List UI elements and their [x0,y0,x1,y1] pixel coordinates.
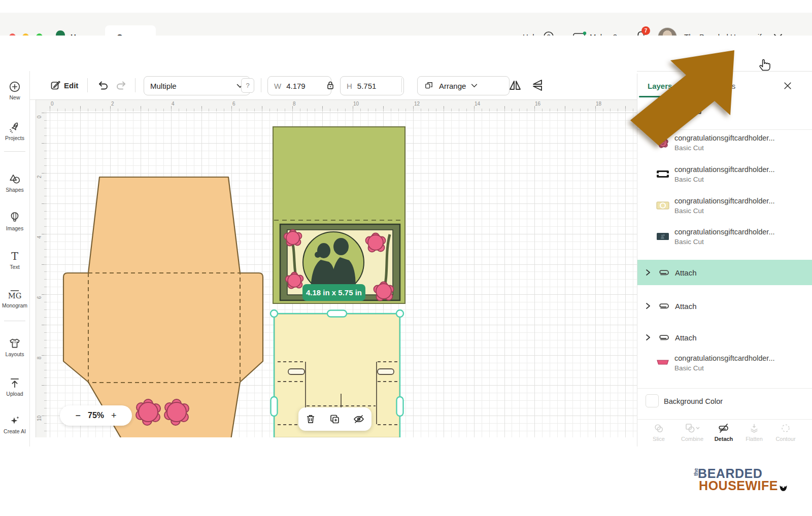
attach-icon [658,302,670,310]
detach-button[interactable]: Detach [709,423,738,442]
monogram-icon: MG [8,288,21,301]
sidebar-item-text[interactable]: T Text [0,250,29,270]
sidebar-label: Shapes [0,187,29,193]
divider [401,78,402,92]
layer-thumb-frame [656,167,670,181]
sidebar-item-layouts[interactable]: Layouts [0,337,29,357]
attach-label: Attach [675,268,697,277]
flatten-button[interactable]: Flatten [740,423,768,442]
project-bar: Untitled Project* Save My Stuff Subscrib… [0,36,812,72]
sidebar-label: Text [0,264,29,270]
ruler-corner [36,99,48,112]
attach-group-row[interactable]: Attach [637,293,812,319]
background-color-label: Background Color [664,397,723,405]
divider [87,78,88,92]
contour-button[interactable]: Contour [771,423,800,442]
attach-label: Attach [675,302,697,311]
canvas-objects [47,111,637,437]
horizontal-ruler: 0 2 4 6 8 10 12 14 16 18 [47,99,637,112]
sidebar-item-upload[interactable]: Upload [0,376,29,397]
layers-panel: Layers Colors congratulationsgiftcardhol… [637,74,812,446]
envelope-object[interactable] [63,177,263,437]
redo-icon[interactable] [115,79,128,91]
sidebar-item-shapes[interactable]: Shapes [0,173,29,193]
layer-name: congratulationsgiftcardholder... [674,165,775,174]
zoom-out-button[interactable]: − [75,410,81,421]
close-icon[interactable] [783,81,793,91]
edit-icon[interactable] [50,79,62,91]
layer-type: Basic Cut [674,144,775,152]
selection-type-value: Multiple [150,82,177,90]
arrange-label: Arrange [439,82,466,90]
create-ai-icon [8,414,21,427]
edit-label[interactable]: Edit [64,81,78,90]
chevron-right-icon [645,334,652,341]
sidebar-label: New [0,94,29,100]
select-all-icon[interactable] [645,105,656,116]
watermark-the: the [694,471,699,476]
beard-icon [779,485,788,492]
svg-text:MG: MG [8,291,21,300]
tab-colors[interactable]: Colors [714,82,735,90]
layer-thumb-rose [656,135,670,150]
delete-icon[interactable] [304,413,317,425]
undo-icon[interactable] [96,79,110,91]
chevron-right-icon [645,269,652,276]
chevron-right-icon [645,302,652,309]
divider [637,419,812,420]
notification-badge: 7 [641,26,650,35]
height-value: 5.751 [357,82,377,90]
layer-name: congratulationsgiftcardholder... [674,228,775,236]
sidebar: New Projects Shapes Images T Text MG Mon… [0,71,30,446]
sidebar-item-monogram[interactable]: MG Monogram [0,288,29,308]
divider [637,129,812,130]
tab-underline [639,96,672,97]
sidebar-label: Layouts [0,351,29,357]
sidebar-item-images[interactable]: Images [0,211,29,231]
divider [261,78,261,92]
flip-horizontal-icon[interactable] [507,78,523,92]
combine-button[interactable]: Combine [675,423,709,442]
width-field[interactable]: W 4.179 [267,76,331,95]
attach-group-row[interactable]: Attach [637,325,812,350]
divider [637,388,812,389]
sidebar-item-new[interactable]: New [0,80,29,100]
selection-type-dropdown[interactable]: Multiple [144,76,250,95]
flip-vertical-icon[interactable] [530,78,545,92]
zoom-level: 75% [88,411,104,420]
layer-thumb-pink [656,356,670,370]
background-color-swatch[interactable] [646,394,659,407]
width-label: W [274,82,281,90]
layouts-icon [8,337,21,350]
sidebar-label: Upload [0,391,29,397]
hint-button[interactable]: ? [241,78,254,93]
divider [135,78,136,92]
layer-type: Basic Cut [674,207,775,215]
slice-button[interactable]: Slice [645,423,673,442]
attach-group-row-selected[interactable]: Attach [637,260,812,285]
layer-type: Basic Cut [674,176,775,183]
zoom-in-button[interactable]: + [111,410,117,421]
sidebar-item-projects[interactable]: Projects [0,121,29,141]
text-icon: T [8,250,21,263]
card-object[interactable] [273,127,405,303]
chevron-down-icon [471,84,478,88]
width-value: 4.179 [286,82,306,90]
lock-icon[interactable] [325,79,336,91]
app-window: Home Canvas Help ? Maker 3 7 The Bearded… [0,0,812,516]
hide-icon[interactable] [352,413,365,425]
delete-layer-icon[interactable] [693,105,704,116]
layer-type: Basic Cut [674,238,775,246]
tab-layers[interactable]: Layers [648,82,672,90]
sidebar-label: Create AI [0,428,29,434]
canvas-artboard[interactable] [47,111,637,437]
height-label: H [347,82,352,90]
sidebar-item-create-ai[interactable]: Create AI [0,414,29,434]
arrange-dropdown[interactable]: Arrange [417,76,510,95]
height-field[interactable]: H 5.751 [340,76,404,95]
attach-label: Attach [675,333,697,342]
layer-name: congratulationsgiftcardholder... [674,354,775,362]
duplicate-icon[interactable] [328,413,341,425]
edit-toolbar: Edit Multiple ? W 4.179 H 5.751 Arrange [29,71,637,100]
watermark-logo: theBEARDED HOUSEWIFE [694,468,788,492]
